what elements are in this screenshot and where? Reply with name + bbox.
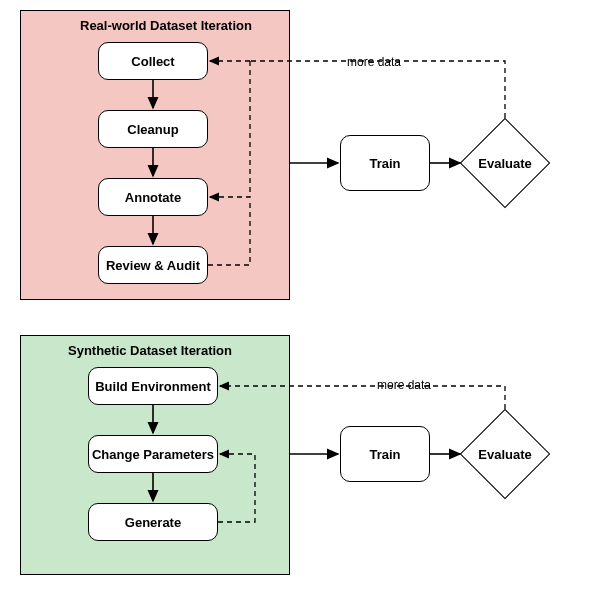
arrows-layer <box>0 0 590 596</box>
